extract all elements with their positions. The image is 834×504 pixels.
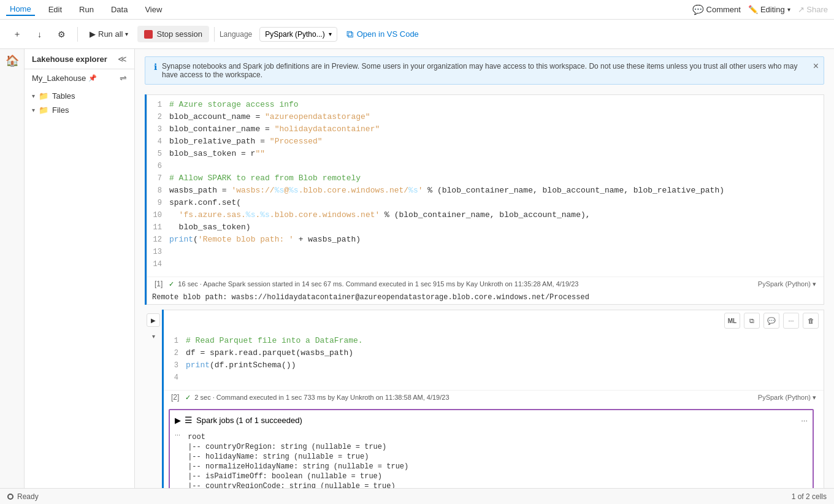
code-line: 11 blob_sas_token) xyxy=(147,223,824,235)
editing-button[interactable]: ✏️ Editing ▾ xyxy=(748,5,790,14)
code-line: 12 print('Remote blob path: ' + wasbs_pa… xyxy=(147,235,824,247)
spark-jobs-menu-icon[interactable]: ··· xyxy=(801,416,808,425)
tables-label: Tables xyxy=(52,91,75,101)
sidebar-panel: Lakehouse explorer ≪ My_Lakehouse 📌 ⇌ ▾ … xyxy=(25,49,134,488)
sidebar-icon-bar: 🏠 xyxy=(0,49,25,488)
cell-action-more[interactable]: ··· xyxy=(783,313,799,329)
cell-action-delete[interactable]: 🗑 xyxy=(803,313,819,329)
cell-action-comment[interactable]: 💬 xyxy=(763,313,779,329)
folder-icon-files: 📁 xyxy=(39,105,48,115)
stop-session-button[interactable]: Stop session xyxy=(137,26,208,42)
sidebar-item-files[interactable]: ▾ 📁 Files xyxy=(25,103,134,117)
swap-icon[interactable]: ⇌ xyxy=(120,73,127,83)
sidebar-header: Lakehouse explorer ≪ xyxy=(25,49,134,69)
info-banner: ℹ Synapse notebooks and Spark job defini… xyxy=(145,56,824,85)
run-all-icon: ▶ xyxy=(90,29,96,39)
cell-2-code[interactable]: 1 # Read Parquet file into a DataFrame. … xyxy=(164,331,824,390)
plus-icon: ＋ xyxy=(13,29,21,40)
run-all-chevron: ▾ xyxy=(125,31,128,37)
lang-chevron-icon: ▾ xyxy=(329,31,332,37)
ready-label: Ready xyxy=(17,492,39,501)
menu-home[interactable]: Home xyxy=(6,3,35,16)
info-icon: ℹ xyxy=(154,62,157,72)
cell-action-split[interactable]: ⧉ xyxy=(744,313,760,329)
stop-session-label: Stop session xyxy=(156,29,202,39)
code-line: 9 spark.conf.set( xyxy=(147,198,824,210)
sidebar-title: Lakehouse explorer xyxy=(32,55,107,64)
cell-1-pyspark-badge[interactable]: PySpark (Python) ▾ xyxy=(758,280,816,288)
code-line: 3 print(df.printSchema()) xyxy=(164,361,824,373)
code-line: 5 blob_sas_token = r"" xyxy=(147,149,824,161)
schema-output: root |-- countryOrRegion: string (nullab… xyxy=(185,430,411,488)
editing-label: Editing xyxy=(760,5,785,14)
schema-expand-icon[interactable]: ··· xyxy=(175,430,180,438)
spark-jobs-header: ▶ ☰ Spark jobs (1 of 1 succeeded) ··· xyxy=(175,415,808,425)
toolbar-separator xyxy=(77,27,78,42)
cell-2: ▶ ▾ ML ⧉ 💬 ··· 🗑 xyxy=(145,310,824,488)
vscode-label: Open in VS Code xyxy=(357,29,419,39)
menu-edit[interactable]: Edit xyxy=(45,4,66,15)
main-content: 🏠 Lakehouse explorer ≪ My_Lakehouse 📌 ⇌ xyxy=(0,49,834,488)
code-line: 1 # Read Parquet file into a DataFrame. xyxy=(164,336,824,348)
run-all-label: Run all xyxy=(98,29,123,39)
comment-button[interactable]: 💬 Comment xyxy=(692,4,741,15)
code-line: 8 wasbs_path = 'wasbs://%s@%s.blob.core.… xyxy=(147,186,824,198)
cell-2-run-button[interactable]: ▶ xyxy=(147,313,160,327)
schema-line: |-- normalizeHolidayName: string (nullab… xyxy=(188,462,408,472)
cell-2-actions: ML ⧉ 💬 ··· 🗑 xyxy=(164,310,824,331)
cell-1: 1 # Azure storage access info 2 blob_acc… xyxy=(145,94,824,305)
spark-jobs-list-icon: ☰ xyxy=(185,415,193,425)
sidebar-home-icon[interactable]: 🏠 xyxy=(6,54,19,67)
cell-2-status: [2] ✓ 2 sec · Command executed in 1 sec … xyxy=(164,390,824,404)
add-cell-toolbar-button[interactable]: ＋ xyxy=(6,25,28,44)
comment-label: Comment xyxy=(706,5,741,14)
menu-run[interactable]: Run xyxy=(75,4,98,15)
language-value: PySpark (Pytho...) xyxy=(265,30,324,39)
info-banner-close[interactable]: × xyxy=(813,61,819,72)
folder-icon: 📁 xyxy=(39,91,48,101)
pyspark-chevron: ▾ xyxy=(813,280,816,288)
code-line: 10 'fs.azure.sas.%s.%s.blob.core.windows… xyxy=(147,210,824,223)
sidebar-collapse-icon[interactable]: ≪ xyxy=(118,54,127,64)
settings-button[interactable]: ⚙ xyxy=(51,26,72,43)
status-left: Ready xyxy=(7,492,39,501)
menu-view[interactable]: View xyxy=(141,4,166,15)
stop-icon xyxy=(144,30,153,39)
chevron-icon: ▾ xyxy=(32,93,35,99)
schema-line: root xyxy=(188,432,408,442)
cell-1-status-text: 16 sec · Apache Spark session started in… xyxy=(178,280,578,288)
menu-data[interactable]: Data xyxy=(107,4,131,15)
share-button[interactable]: ↗ Share xyxy=(798,5,828,14)
vscode-icon: ⧉ xyxy=(346,29,353,40)
cell-action-ml[interactable]: ML xyxy=(724,313,740,329)
schema-line: |-- countryRegionCode: string (nullable … xyxy=(188,481,408,488)
save-icon: ↓ xyxy=(37,29,42,39)
chevron-down-icon: ▾ xyxy=(787,6,790,13)
menu-bar: Home Edit Run Data View 💬 Comment ✏️ Edi… xyxy=(0,0,834,20)
run-all-button[interactable]: ▶ Run all ▾ xyxy=(83,26,135,42)
spark-jobs-panel: ▶ ☰ Spark jobs (1 of 1 succeeded) ··· xyxy=(169,409,814,488)
tree-section: ▾ 📁 Tables ▾ 📁 Files xyxy=(25,86,134,120)
cell-1-pyspark-text: PySpark (Python) xyxy=(758,280,811,288)
spark-jobs-collapse-icon[interactable]: ▶ xyxy=(175,416,181,425)
language-selector[interactable]: PySpark (Pytho...) ▾ xyxy=(259,27,337,42)
pyspark-2-chevron: ▾ xyxy=(813,394,816,402)
code-line: 4 blob_relative_path = "Processed" xyxy=(147,137,824,149)
code-line: 2 blob_account_name = "azureopendatastor… xyxy=(147,112,824,124)
open-vscode-button[interactable]: ⧉ Open in VS Code xyxy=(340,25,426,44)
language-label: Language xyxy=(220,30,252,39)
notebook-scroll[interactable]: ℹ Synapse notebooks and Spark job defini… xyxy=(135,49,834,488)
cell-1-output: Remote blob path: wasbs://holidaydatacon… xyxy=(147,291,824,304)
status-check-icon: ✓ xyxy=(169,280,174,288)
code-line: 13 xyxy=(147,247,824,259)
code-line: 7 # Allow SPARK to read from Blob remote… xyxy=(147,174,824,186)
schema-line: |-- isPaidTimeOff: boolean (nullable = t… xyxy=(188,472,408,481)
cell-2-pyspark-badge[interactable]: PySpark (Python) ▾ xyxy=(758,394,816,402)
lakehouse-name-text: My_Lakehouse xyxy=(32,74,86,83)
save-button[interactable]: ↓ xyxy=(31,26,48,43)
spark-jobs-title-text: Spark jobs (1 of 1 succeeded) xyxy=(196,416,302,425)
cell-1-code[interactable]: 1 # Azure storage access info 2 blob_acc… xyxy=(147,95,824,277)
sidebar-item-tables[interactable]: ▾ 📁 Tables xyxy=(25,89,134,103)
cell-2-collapse-button[interactable]: ▾ xyxy=(147,329,160,343)
files-label: Files xyxy=(52,105,69,115)
